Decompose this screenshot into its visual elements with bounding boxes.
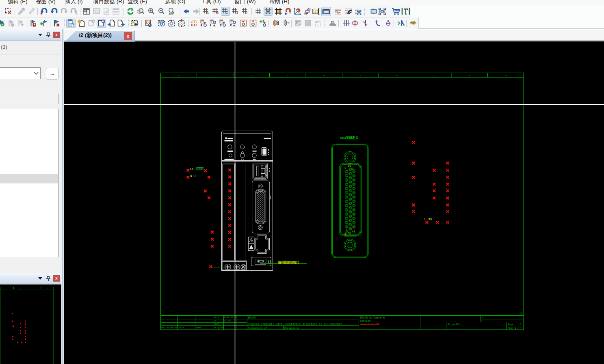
svg-text:16: 16 (348, 165, 351, 168)
svg-text:15: 15 (343, 233, 346, 236)
svg-text:编码器接线端口: 编码器接线端口 (277, 261, 299, 264)
svg-text:L1: L1 (190, 168, 193, 171)
svg-text:0: 0 (178, 74, 180, 77)
svg-text:1 / 4: 1 / 4 (515, 327, 522, 330)
svg-text:Modification: Modification (161, 326, 178, 329)
svg-text:Appr.: Appr. (214, 323, 221, 325)
svg-text:Original: Original (214, 326, 225, 329)
svg-text:13:00: 13:00 (224, 319, 231, 322)
svg-text:2: 2 (520, 323, 521, 326)
svg-text:C: C (225, 11, 228, 15)
svg-text:N: N (191, 174, 192, 178)
svg-text:Replacement of: Replacement of (248, 327, 267, 330)
svg-text:D: D (235, 11, 238, 15)
svg-text:GmbH & Co. KG: GmbH & Co. KG (360, 323, 379, 326)
svg-text:4: 4 (323, 74, 325, 77)
svg-text:Page: Page (508, 327, 513, 330)
svg-text:7: 7 (432, 74, 434, 77)
svg-text:EPLAN: EPLAN (248, 317, 255, 319)
svg-text:Name: Name (196, 326, 201, 329)
svg-text:Project template with identifi: Project template with identifier structu… (248, 323, 342, 326)
svg-text:3 /: 3 / (424, 218, 429, 221)
svg-text:44: 44 (352, 230, 355, 233)
svg-text:3: 3 (287, 74, 288, 77)
svg-text:6: 6 (396, 74, 398, 77)
svg-text:EPLAN Software &: EPLAN Software & (360, 317, 385, 319)
svg-text:1: 1 (214, 74, 216, 77)
svg-text:1: 1 (344, 167, 346, 170)
svg-text:Ed.: Ed. (214, 319, 218, 322)
svg-text:模拟量: 模拟量 (197, 168, 204, 171)
svg-text:Date: Date (179, 326, 184, 329)
svg-text:128: 128 (313, 9, 318, 13)
svg-text:2: 2 (251, 74, 252, 77)
svg-text:/3: /3 (193, 174, 196, 178)
svg-text:Date: Date (214, 316, 219, 319)
svg-text:A: A (206, 11, 209, 15)
svg-text:/: / (194, 168, 196, 171)
svg-text:5: 5 (359, 74, 361, 77)
svg-text:CN1引脚定义: CN1引脚定义 (340, 136, 359, 140)
svg-text:100: 100 (169, 12, 174, 15)
svg-text:3: 3 (520, 312, 522, 315)
svg-text:31: 31 (351, 168, 355, 170)
svg-text:01_sp1001: 01_sp1001 (448, 323, 460, 326)
svg-text:9: 9 (505, 74, 507, 77)
svg-text:Page: Page (508, 323, 513, 326)
svg-text:Service: Service (360, 320, 371, 323)
svg-text:E: E (245, 11, 248, 15)
svg-text:B: B (216, 11, 219, 15)
svg-text:8: 8 (469, 74, 470, 77)
svg-text:0V: 0V (429, 218, 432, 221)
svg-text:Replaced by: Replaced by (284, 327, 300, 330)
svg-text:2024/10/31: 2024/10/31 (224, 316, 238, 319)
svg-text:30: 30 (348, 232, 351, 235)
